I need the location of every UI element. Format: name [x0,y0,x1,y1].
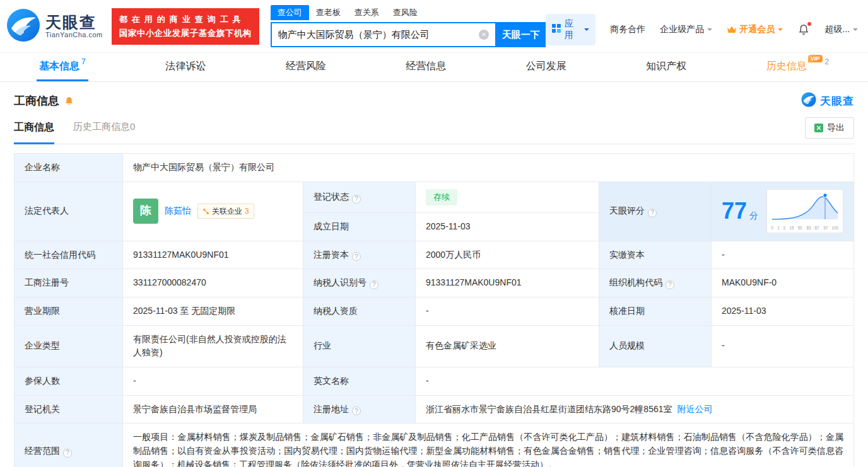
field-label-scope: 经营范围? [15,424,123,467]
field-label-reg-status: 登记状态? [303,182,416,212]
score-number: 77 分 [722,193,758,229]
field-label-industry: 行业 [303,325,416,367]
apps-grid-icon [552,24,561,35]
field-label-address: 注册地址? [303,395,416,424]
site-logo[interactable]: 天眼查 TianYanCha.com [6,8,103,45]
score-value: 77 [722,198,747,224]
enterprise-product-menu[interactable]: 企业级产品 [660,24,712,35]
related-companies-badge[interactable]: 关联企业 3 [197,204,254,219]
search-input[interactable] [272,30,479,40]
subtab-history-business-info[interactable]: 历史工商信息0 [73,121,135,144]
axis-tick: 1 [777,226,780,232]
table-row: 营业期限 2025-11-03 至 无固定期限 纳税人资质 - 核准日期 202… [15,297,854,325]
clear-icon[interactable]: × [479,30,489,40]
field-label-text: 注册地址 [314,404,349,414]
field-label-text: 经营范围 [25,446,60,456]
search-area: 查公司 查老板 查关系 查风险 × 天眼一下 [271,5,546,47]
business-cooperation-link[interactable]: 商务合作 [610,24,645,35]
tab-intellectual-property[interactable]: 知识产权 [643,53,689,81]
help-icon[interactable]: ? [648,209,657,217]
subscribe-bell-icon[interactable] [64,96,74,107]
vip-upgrade-menu[interactable]: 开通会员 [727,24,783,35]
search-tab-risk[interactable]: 查风险 [386,5,425,20]
field-label-company-name: 企业名称 [15,154,123,182]
subtab-business-info[interactable]: 工商信息 [14,121,54,144]
notification-bell-icon[interactable] [797,23,810,36]
company-nav-tabs: 基本信息 7 法律诉讼 经营风险 经营信息 公司发展 知识产权 历史信息 VIP… [0,53,868,82]
business-info-table: 企业名称 物产中大国际贸易（景宁）有限公司 法定代表人 陈 陈茹怡 [14,153,854,467]
tab-basic-info[interactable]: 基本信息 7 [37,53,88,81]
tab-company-development[interactable]: 公司发展 [524,53,569,81]
help-icon[interactable]: ? [352,406,361,415]
field-value-insured: - [123,367,303,395]
field-label-paid-capital: 实缴资本 [599,241,712,269]
field-label-term: 营业期限 [15,297,123,325]
logo-subtitle: TianYanCha.com [45,31,103,38]
table-row: 企业类型 有限责任公司(非自然人投资或控股的法人独资) 行业 有色金属矿采选业 … [15,325,854,367]
field-value-taxpayer-quality: - [416,297,599,325]
field-value-approve-date: 2025-11-03 [712,297,854,325]
axis-tick: 15 [789,226,794,232]
search-tabs: 查公司 查老板 查关系 查风险 [271,5,546,20]
help-icon[interactable]: ? [370,280,378,289]
field-value-score[interactable]: 77 分 0 1 [712,182,854,241]
tab-legal-proceedings[interactable]: 法律诉讼 [163,53,208,81]
watermark-logo: 天眼查 [801,92,854,110]
tab-label: 经营风险 [286,60,326,73]
search-tab-company[interactable]: 查公司 [271,5,309,20]
export-button[interactable]: 导出 [805,117,854,139]
field-value-industry: 有色金属矿采选业 [416,325,599,367]
score-axis: 0 1 3 15 50 83 87 97 100 [770,225,840,232]
tab-label: 法律诉讼 [165,60,206,73]
help-icon[interactable]: ? [352,195,361,204]
tab-label: 知识产权 [646,60,686,73]
search-box: × 天眼一下 [271,22,546,47]
table-row: 法定代表人 陈 陈茹怡 关联企业 [15,182,854,212]
help-icon[interactable]: ? [63,449,72,458]
table-row: 企业名称 物产中大国际贸易（景宁）有限公司 [15,154,854,182]
tianyancha-logo-icon [801,92,816,110]
axis-tick: 97 [823,226,828,232]
field-label-text: 纳税人识别号 [314,277,367,287]
axis-tick: 100 [832,226,839,232]
tab-count: 7 [81,57,86,66]
legal-rep-name-link[interactable]: 陈茹怡 [165,204,191,218]
field-label-reg-no: 工商注册号 [15,269,123,297]
tab-history-info[interactable]: 历史信息 VIP 2 [764,53,831,81]
legal-rep-avatar[interactable]: 陈 [133,199,158,224]
search-button[interactable]: 天眼一下 [496,22,546,47]
search-tab-boss[interactable]: 查老板 [309,5,348,20]
content: 工商信息 [0,82,868,467]
field-value-taxpayer-no: 91331127MAK0U9NF01 [416,269,599,297]
field-value-company-name: 物产中大国际贸易（景宁）有限公司 [123,154,854,182]
axis-tick: 87 [815,226,819,232]
tab-operating-info[interactable]: 经营信息 [403,53,449,81]
axis-tick: 0 [771,226,773,232]
chevron-down-icon [853,28,858,33]
apps-menu[interactable]: 应用 [546,14,596,45]
search-tab-relation[interactable]: 查关系 [348,5,386,20]
field-value-paid-capital: - [712,241,854,269]
top-header: 天眼查 TianYanCha.com 都在用的商业查询工具 国家中小企业发展子基… [0,0,868,53]
field-value-address: 浙江省丽水市景宁畲族自治县红星街道团结东路90号2幢8561室附近公司 [416,395,854,424]
promo-line-1: 都在用的商业查询工具 [119,13,252,26]
field-label-taxpayer-quality: 纳税人资质 [303,297,416,325]
field-value-company-type: 有限责任公司(非自然人投资或控股的法人独资) [123,325,303,367]
logo-text: 天眼查 TianYanCha.com [45,14,103,39]
nearby-companies-link[interactable]: 附近公司 [677,404,713,414]
field-label-reg-capital: 注册资本? [303,241,416,269]
super-vip-menu[interactable]: 超级... [824,24,858,35]
field-label-text: 天眼评分 [609,205,645,216]
help-icon[interactable]: ? [352,252,361,261]
help-icon[interactable]: ? [666,280,674,289]
field-value-reg-no: 331127000082470 [123,269,303,297]
field-value-est-date: 2025-11-03 [416,212,599,241]
score-chart: 0 1 3 15 50 83 87 97 100 [766,189,843,233]
tab-operating-risk[interactable]: 经营风险 [283,53,329,81]
axis-tick: 83 [806,226,811,232]
field-label-insured: 参保人数 [15,367,123,395]
field-label-legal-rep: 法定代表人 [15,182,123,241]
notification-dot [807,22,811,26]
tab-label: 公司发展 [526,60,566,73]
subtab-row: 工商信息 历史工商信息0 导出 [14,117,854,144]
